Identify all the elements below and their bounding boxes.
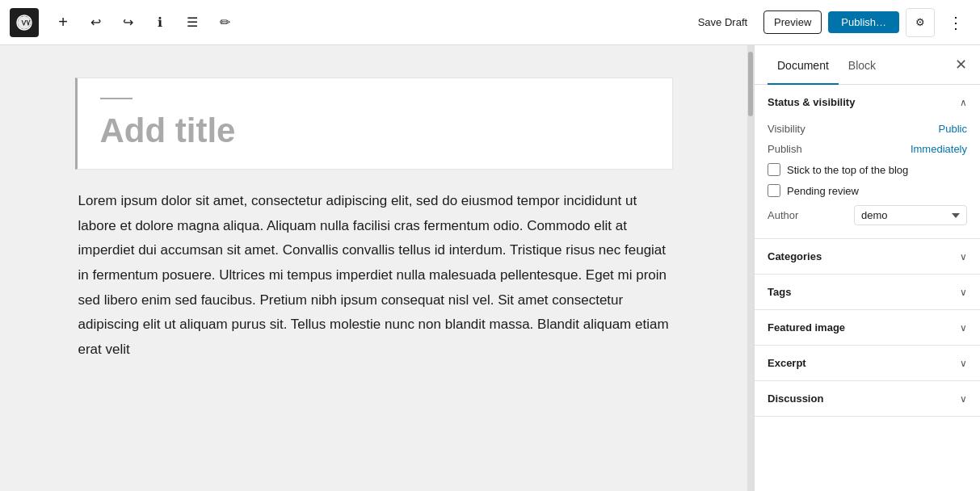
stick-to-top-checkbox[interactable] — [768, 163, 780, 176]
list-view-button[interactable]: ☰ — [178, 8, 207, 37]
undo-icon: ↩ — [90, 15, 101, 30]
list-icon: ☰ — [187, 15, 198, 30]
visibility-label: Visibility — [768, 123, 805, 135]
wp-logo — [10, 8, 39, 37]
tools-button[interactable]: ✏ — [210, 8, 239, 37]
pending-review-checkbox[interactable] — [768, 184, 780, 197]
publish-value[interactable]: Immediately — [911, 143, 967, 155]
publish-row: Publish Immediately — [768, 143, 967, 155]
undo-button[interactable]: ↩ — [81, 8, 110, 37]
toolbar-right: Save Draft Preview Publish… ⚙ ⋮ — [688, 8, 970, 37]
excerpt-title: Excerpt — [768, 357, 806, 369]
categories-title: Categories — [768, 250, 822, 262]
scrollbar-thumb[interactable] — [748, 52, 753, 116]
editor-area[interactable]: Add title Lorem ipsum dolor sit amet, co… — [0, 45, 747, 491]
discussion-section: Discussion ∨ — [755, 381, 980, 417]
more-options-button[interactable]: ⋮ — [941, 8, 970, 37]
excerpt-chevron-down-icon: ∨ — [960, 358, 967, 369]
status-visibility-body: Visibility Public Publish Immediately St… — [755, 120, 980, 238]
status-visibility-header[interactable]: Status & visibility ∧ — [755, 85, 980, 120]
status-visibility-chevron-up-icon: ∧ — [960, 97, 967, 108]
excerpt-section: Excerpt ∨ — [755, 346, 980, 381]
close-icon: ✕ — [955, 57, 967, 73]
add-icon: + — [58, 13, 68, 31]
gear-icon: ⚙ — [915, 16, 925, 28]
sidebar: Document Block ✕ Status & visibility ∧ V… — [754, 45, 980, 491]
editor-scrollbar[interactable] — [747, 45, 754, 491]
visibility-value[interactable]: Public — [939, 123, 967, 135]
status-visibility-title: Status & visibility — [768, 96, 855, 108]
publish-label: Publish — [768, 143, 802, 155]
title-rule — [100, 98, 132, 99]
title-block[interactable]: Add title — [75, 78, 673, 170]
featured-image-title: Featured image — [768, 321, 845, 334]
toolbar: + ↩ ↪ ℹ ☰ ✏ Save Draft Preview Publish… … — [0, 0, 980, 45]
visibility-row: Visibility Public — [768, 123, 967, 135]
featured-image-header[interactable]: Featured image ∨ — [755, 310, 980, 345]
main-layout: Add title Lorem ipsum dolor sit amet, co… — [0, 45, 980, 491]
tags-title: Tags — [768, 286, 791, 298]
pencil-icon: ✏ — [220, 15, 230, 30]
stick-to-top-row: Stick to the top of the blog — [768, 163, 967, 176]
sidebar-tabs: Document Block ✕ — [755, 45, 980, 85]
more-icon: ⋮ — [948, 13, 964, 32]
add-block-button[interactable]: + — [48, 8, 78, 37]
sidebar-body[interactable]: Status & visibility ∧ Visibility Public … — [755, 85, 980, 491]
tags-header[interactable]: Tags ∨ — [755, 275, 980, 309]
author-label: Author — [768, 209, 798, 221]
tab-document[interactable]: Document — [768, 46, 839, 85]
status-visibility-section: Status & visibility ∧ Visibility Public … — [755, 85, 980, 239]
author-row: Author demo admin — [768, 205, 967, 225]
body-text[interactable]: Lorem ipsum dolor sit amet, consectetur … — [75, 189, 673, 362]
featured-image-section: Featured image ∨ — [755, 310, 980, 346]
preview-button[interactable]: Preview — [763, 10, 822, 34]
redo-button[interactable]: ↪ — [113, 8, 142, 37]
settings-button[interactable]: ⚙ — [906, 8, 935, 37]
sidebar-tabs-inner: Document Block — [768, 45, 885, 84]
editor-content: Add title Lorem ipsum dolor sit amet, co… — [75, 78, 673, 459]
categories-section: Categories ∨ — [755, 239, 980, 275]
categories-chevron-down-icon: ∨ — [960, 251, 967, 262]
save-draft-button[interactable]: Save Draft — [688, 11, 757, 33]
categories-header[interactable]: Categories ∨ — [755, 239, 980, 274]
redo-icon: ↪ — [123, 15, 133, 30]
discussion-chevron-down-icon: ∨ — [960, 393, 967, 405]
featured-image-chevron-down-icon: ∨ — [960, 322, 967, 334]
stick-to-top-label[interactable]: Stick to the top of the blog — [787, 164, 908, 176]
discussion-header[interactable]: Discussion ∨ — [755, 381, 980, 416]
tags-chevron-down-icon: ∨ — [960, 287, 967, 298]
tags-section: Tags ∨ — [755, 275, 980, 310]
author-select[interactable]: demo admin — [854, 205, 967, 225]
excerpt-header[interactable]: Excerpt ∨ — [755, 346, 980, 380]
publish-button[interactable]: Publish… — [828, 11, 899, 33]
pending-review-label[interactable]: Pending review — [787, 185, 859, 197]
sidebar-close-button[interactable]: ✕ — [955, 57, 967, 72]
info-icon: ℹ — [158, 15, 162, 30]
pending-review-row: Pending review — [768, 184, 967, 197]
title-placeholder[interactable]: Add title — [100, 112, 650, 149]
info-button[interactable]: ℹ — [145, 8, 175, 37]
tab-block[interactable]: Block — [839, 46, 885, 85]
toolbar-left: + ↩ ↪ ℹ ☰ ✏ — [10, 8, 685, 37]
discussion-title: Discussion — [768, 392, 823, 405]
